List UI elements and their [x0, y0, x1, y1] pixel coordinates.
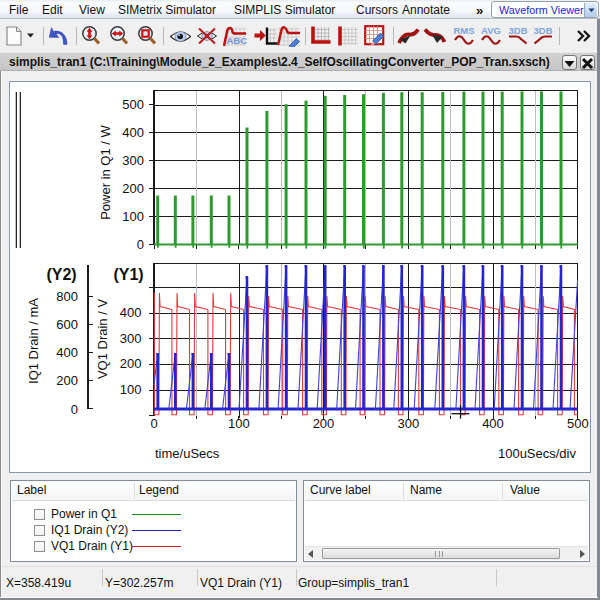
svg-text:ABC: ABC	[227, 35, 248, 46]
